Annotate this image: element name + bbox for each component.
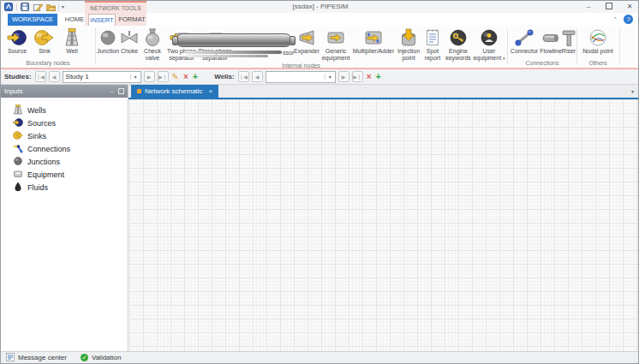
- ribbon-item-junction[interactable]: Junction: [97, 26, 119, 55]
- ribbon-item-nodal-point[interactable]: Nodal point: [581, 26, 615, 55]
- studies-last-button[interactable]: ▶❘: [158, 71, 169, 82]
- save-icon[interactable]: [20, 2, 30, 12]
- edit-study-button[interactable]: ✎: [172, 73, 179, 81]
- oversized-pipe-graphic: [176, 33, 292, 47]
- flowline-icon: [540, 27, 561, 48]
- riser-icon: [560, 27, 577, 48]
- window-title: [ssdax] - PIPESIM: [258, 3, 383, 10]
- ribbon-tab-row: WORKSPACE HOME INSERT FORMAT ⌃ ?: [1, 13, 638, 26]
- maximize-button[interactable]: [604, 3, 614, 11]
- ribbon-item-connector[interactable]: Connector: [509, 26, 540, 55]
- engine-keywords-icon: [449, 27, 468, 48]
- qat-customize-caret-icon[interactable]: ▾: [62, 4, 64, 9]
- ribbon-item-sink[interactable]: Sink: [32, 26, 57, 55]
- ribbon-item-multiplier-adder[interactable]: Multiplier/Adder: [351, 26, 396, 55]
- check-valve-icon: [143, 27, 162, 48]
- studies-label: Studies:: [4, 73, 32, 81]
- multiplier-adder-icon: [363, 27, 384, 48]
- panel-collapse-icon[interactable]: –: [110, 88, 114, 94]
- ribbon-item-riser[interactable]: Riser: [562, 26, 576, 55]
- ribbon-item-check-valve[interactable]: Check valve: [140, 26, 165, 62]
- ribbon-separator: [507, 28, 508, 64]
- connector-icon: [514, 27, 534, 48]
- qat-separator: [16, 3, 17, 11]
- tab-home[interactable]: HOME: [60, 14, 89, 26]
- app-icon[interactable]: [3, 2, 14, 12]
- help-icon[interactable]: ?: [624, 15, 633, 24]
- ribbon-item-user-equipment[interactable]: User equipment ▾: [473, 26, 505, 62]
- ribbon-item-flowline[interactable]: Flowline: [540, 26, 562, 55]
- statusbar: Message center ✓ Validation: [1, 351, 638, 363]
- ribbon-separator: [619, 28, 620, 64]
- fluids-icon: [13, 180, 23, 195]
- inputs-panel-title: Inputs: [4, 87, 106, 95]
- study-select[interactable]: Study 1 ▾: [63, 71, 141, 83]
- ribbon-group-internal-nodes: Junction Choke Check valve: [97, 26, 505, 68]
- ribbon-item-spot-report[interactable]: Spot report: [421, 26, 444, 62]
- ribbon-item-source[interactable]: Source: [3, 26, 32, 55]
- minimize-button[interactable]: –: [583, 3, 594, 10]
- wells-previous-button[interactable]: ◀: [252, 71, 263, 82]
- maximize-icon: [606, 3, 612, 9]
- ribbon-item-expander[interactable]: Expander: [293, 26, 320, 55]
- user-equipment-label: User equipment: [473, 48, 501, 61]
- inputs-tree: Wells Sources Sinks Connections Junction…: [1, 98, 128, 194]
- well-icon: [63, 27, 81, 48]
- tab-format[interactable]: FORMAT: [117, 14, 146, 26]
- ribbon-item-generic-equipment[interactable]: Generic equipment: [320, 26, 351, 62]
- inputs-panel-header: Inputs –: [1, 85, 128, 98]
- source-icon: [7, 27, 27, 48]
- choke-icon: [120, 27, 139, 48]
- ribbon-item-choke[interactable]: Choke: [119, 26, 140, 55]
- ribbon-item-injection-point[interactable]: Injection point: [396, 26, 421, 62]
- tab-insert[interactable]: INSERT: [88, 14, 116, 26]
- wells-first-button[interactable]: ❘◀: [238, 71, 249, 82]
- schematic-tab-icon: [137, 89, 141, 93]
- edit-study-icon[interactable]: [33, 2, 43, 12]
- wells-select[interactable]: ▾: [266, 71, 336, 83]
- message-center-icon: [6, 353, 15, 363]
- collapse-ribbon-icon[interactable]: ⌃: [612, 16, 618, 23]
- document-tab-strip: Network schematic × ▾: [128, 85, 638, 98]
- add-study-button[interactable]: +: [193, 72, 198, 81]
- open-icon[interactable]: [45, 2, 56, 12]
- generic-equipment-icon: [325, 27, 346, 48]
- studies-first-button[interactable]: ❘◀: [35, 71, 46, 82]
- tree-item-fluids[interactable]: Fluids: [1, 181, 128, 194]
- tab-workspace[interactable]: WORKSPACE: [8, 14, 57, 26]
- studies-toolbar: Studies: ❘◀ ◀ Study 1 ▾ ▶ ▶❘ ✎ × + Wells…: [1, 69, 638, 85]
- obscured-label-fragment: ssor: [283, 50, 294, 56]
- sink-icon: [34, 27, 55, 48]
- ribbon-obscured-items-zone: [232, 26, 293, 27]
- close-button[interactable]: ✕: [624, 3, 635, 10]
- thin-pipe-graphic: [186, 51, 282, 54]
- wells-next-button[interactable]: ▶: [338, 71, 349, 82]
- ribbon-separator: [95, 28, 96, 64]
- contextual-tab-label: NETWORK TOOLS: [85, 5, 146, 11]
- ribbon-item-well[interactable]: Well: [57, 26, 87, 55]
- user-equipment-icon: [480, 27, 499, 48]
- message-center-label: Message center: [18, 354, 67, 361]
- panel-pin-icon[interactable]: [118, 88, 124, 94]
- studies-next-button[interactable]: ▶: [144, 71, 155, 82]
- ribbon-separator: [576, 28, 577, 64]
- quick-access-toolbar: ▾: [3, 2, 64, 12]
- validation-button[interactable]: ✓ Validation: [81, 354, 122, 361]
- delete-study-button[interactable]: ×: [183, 73, 188, 81]
- tab-network-schematic[interactable]: Network schematic ×: [131, 85, 218, 98]
- studies-previous-button[interactable]: ◀: [49, 71, 60, 82]
- validation-check-icon: ✓: [81, 354, 88, 361]
- add-well-button[interactable]: +: [376, 72, 381, 81]
- delete-well-button[interactable]: ×: [367, 73, 372, 81]
- message-center-button[interactable]: Message center: [6, 353, 67, 363]
- schematic-canvas[interactable]: [129, 99, 638, 351]
- close-tab-icon[interactable]: ×: [209, 87, 213, 95]
- ribbon-item-engine-keywords[interactable]: Engine keywords: [444, 26, 473, 62]
- tab-list-dropdown-icon[interactable]: ▾: [631, 88, 634, 94]
- group-label-connections: Connections: [509, 59, 576, 68]
- pipesim-window: ▾ [ssdax] - PIPESIM – ✕ NETWORK TOOLS WO…: [0, 0, 639, 364]
- wells-last-button[interactable]: ▶❘: [352, 71, 363, 82]
- window-controls: – ✕: [583, 1, 635, 12]
- spot-report-icon: [424, 27, 441, 48]
- ribbon-group-others: Nodal point Others: [578, 26, 618, 68]
